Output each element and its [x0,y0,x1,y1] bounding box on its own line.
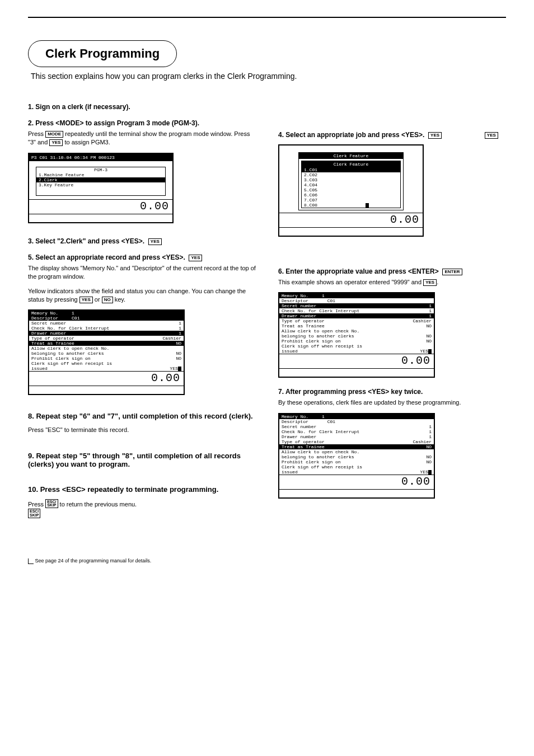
step10-body-a: Press [28,501,45,508]
step5-body-c: or [95,296,102,303]
chk-lbl: Check No. for Clerk Interrupt [31,326,179,331]
yes-key-icon: YES [148,238,162,245]
trainee-val: NO [176,341,181,346]
step6-body: This example shows an operator entered "… [278,278,506,287]
lcd2-total: 0.00 [279,213,423,228]
yes-key-icon: YES [423,279,437,286]
step2-body-a: Press [28,130,45,137]
esc-key-icon: ESC/SKIP [28,509,40,518]
step2-header: 2. Press <MODE> to assign Program 3 mode… [28,119,256,127]
step8-header: 8. Repeat step "6" and "7", until comple… [28,412,256,420]
yes-key-icon: YES [49,139,63,146]
sec-val: 1 [179,321,181,326]
chk-val: 1 [179,326,181,331]
sec-lbl: Secret number [31,321,179,326]
lcd-clerk-trainee: Memory No. 1 Descriptor C01 Secret numbe… [278,413,435,499]
yes-key-icon: YES [485,132,498,139]
yes-key-icon: YES [189,255,202,261]
step3-text: 3. Select "2.Clerk" and press <YES>. [28,237,144,245]
lcd1-title: PGM-3 [36,167,165,172]
yes-key-icon: YES [428,132,442,139]
footnote-text: See page 24 of the programming manual fo… [35,558,152,564]
lcd2-title-outer: Clerk Feature [299,153,403,159]
lcd2-title-inner: Clerk Feature [302,161,400,167]
lcd1-line3: 3.Key Feature [36,182,165,187]
drawer-lbl: Drawer number [31,331,179,336]
lcd-clerk-secret: Memory No. 1 Descriptor C01 Secret numbe… [278,292,435,378]
step5-body-block: Yellow indicators show the field and sta… [28,287,256,304]
enter-key-icon: ENTER [442,269,462,275]
step6-text: 6. Enter the appropriate value and press… [278,267,439,275]
page-title: Clerk Programming [28,40,177,67]
belong-lbl: belonging to another clerks [31,351,176,356]
prohibit-lbl: Prohibit clerk sign on [31,356,176,361]
step10-header: 10. Press <ESC> repeatedly to terminate … [28,485,256,494]
step5-header: 5. Select an appropriate record and pres… [28,253,256,261]
issued-lbl: issued [31,366,170,371]
lcd2-c06: 6.C06 [302,192,400,198]
step4-header: 4. Select an appropriate job and press <… [278,131,506,139]
step2-body-c: to assign PGM3. [64,139,110,145]
step7-header: 7. After programming press <YES> key twi… [278,388,506,396]
lcd-clerk-descriptor: Memory No. 1 Descriptor C01 Secret numbe… [28,309,185,395]
partial-box-icon [28,558,34,564]
type-val: Cashier [162,336,181,341]
lcd2-c03: 3.C03 [302,177,400,182]
lcd2-c07: 7.C07 [302,198,400,203]
no-key-icon: NO [102,297,113,303]
step10-body-b: to return the previous menu. [60,501,137,508]
step7-body: By these operations, clerk files are upd… [278,398,506,407]
lcd-screen-pgm3: P3 C01 31-10-04 06:34 PM 000123 PGM-3 1.… [28,153,174,223]
step5-body-a: The display shows "Memory No." and "Desc… [28,264,256,281]
belong-val: NO [176,351,181,356]
prohibit-val: NO [176,356,181,361]
yes-key-icon: YES [79,297,93,303]
lcd1-line2: 2.Clerk [36,177,165,182]
step8-body: Press "ESC" to terminate this record. [28,426,256,434]
signoff-lbl: Clerk sign off when receipt is [31,361,181,366]
lcd2-c08: 8.C08 [302,203,400,208]
allow-lbl: Allow clerk to open check No. [31,346,181,351]
trainee-lbl: Treat as Trainee [31,341,176,346]
lcd1-header: P3 C01 31-10-04 06:34 PM 000123 [29,154,172,161]
step9-header: 9. Repeat step "5" through "8", until co… [28,452,256,468]
lcd1-line1: 1.Machine Feature [36,172,165,177]
lcd2-c05: 5.C05 [302,187,400,192]
lcd2-c04: 4.C04 [302,182,400,187]
lcd-clerk-feature-list: Clerk Feature Clerk Feature 1.C01 2.C02 … [278,144,424,237]
mode-key-icon: MODE [45,131,63,138]
issued-val: YES [170,366,181,371]
step1-header: 1. Sign on a clerk (if necessary). [28,103,256,111]
lcd2-c01: 1.C01 [302,167,400,172]
step5-text: 5. Select an appropriate record and pres… [28,253,185,261]
step2-body: Press MODE repeatedly until the terminal… [28,130,256,147]
type-lbl: Type of operator [31,336,162,341]
step4-text: 4. Select an appropriate job and press <… [278,131,424,139]
lcd2-c02: 2.C02 [302,172,400,177]
step10-body: Press ESC/SKIP to return the previous me… [28,499,256,519]
step5-body-d: key. [115,296,125,303]
footnote: See page 24 of the programming manual fo… [28,558,506,564]
lcd1-total: 0.00 [29,199,172,214]
step5-body-b: Yellow indicators show the field and sta… [28,288,246,303]
step3-header: 3. Select "2.Clerk" and press <YES>. YES [28,237,256,245]
memno-lbl: Memory No. 1 [31,311,181,316]
page-subtitle: This section explains how you can progra… [31,72,506,81]
grid1-total: 0.00 [29,371,184,386]
desc-lbl: Descriptor C01 [31,316,181,321]
step6-header: 6. Enter the appropriate value and press… [278,267,506,275]
esc-key-icon: ESC/SKIP [45,499,58,509]
drawer-val: 1 [179,331,181,336]
